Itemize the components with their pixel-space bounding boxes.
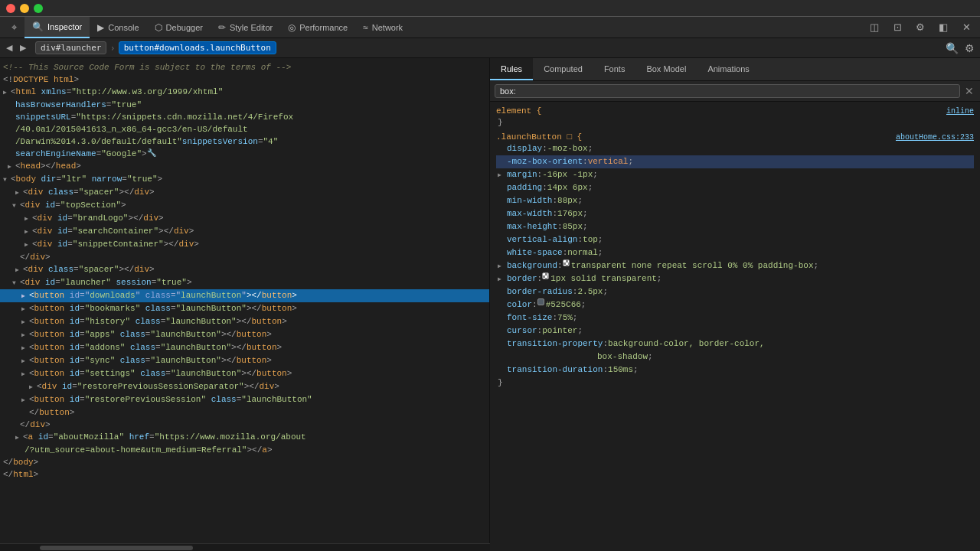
- toolbar-responsive-icon[interactable]: ⊡: [887, 17, 908, 38]
- tab-console[interactable]: ▶ Console: [90, 17, 146, 38]
- tab-style-editor[interactable]: ✏ Style Editor: [211, 17, 280, 38]
- toolbar-cursor-icon[interactable]: ⌖: [3, 17, 24, 38]
- breadcrumb: ◀ ▶ div#launcher › button#downloads.laun…: [0, 38, 980, 58]
- prop-moz-box-orient: -moz-box-orient: vertical;: [496, 155, 974, 168]
- tab-performance-label: Performance: [299, 23, 348, 32]
- html-line-topSection-close: </div>: [0, 251, 489, 263]
- performance-icon: ◎: [288, 22, 296, 33]
- html-line-html-open: <html xmlns="http://www.w3.org/1999/xhtm…: [0, 86, 489, 99]
- launchbutton-closing-brace: }: [496, 377, 974, 390]
- element-selector: element { inline: [496, 106, 974, 116]
- color-swatch[interactable]: [537, 298, 544, 305]
- toolbar-close-icon[interactable]: ✕: [956, 17, 977, 38]
- breadcrumb-back-button[interactable]: ◀: [3, 41, 15, 54]
- prop-transition-property: transition-property: background-color, b…: [496, 337, 974, 350]
- breadcrumb-search-button[interactable]: 🔍: [943, 42, 961, 54]
- prop-border-radius: border-radius: 2.5px;: [496, 285, 974, 298]
- toolbar-settings-icon[interactable]: ⚙: [910, 17, 931, 38]
- html-line-attr3: /40.0a1/2015041613_n_x86_64-gcc3/en-US/d…: [0, 123, 489, 135]
- css-rules-panel[interactable]: element { inline } .launchButton □ { abo…: [490, 102, 980, 551]
- html-line-snippetContainer: <div id="snippetContainer"></div>: [0, 238, 489, 251]
- filter-clear-button[interactable]: ✕: [963, 85, 975, 97]
- html-line-head: <head></head>: [0, 160, 489, 173]
- tab-computed[interactable]: Computed: [533, 58, 593, 80]
- breadcrumb-item-div-launcher[interactable]: div#launcher: [35, 41, 106, 54]
- html-line-spacer1: <div class="spacer"></div>: [0, 186, 489, 199]
- horizontal-scrollbar-thumb[interactable]: [40, 546, 193, 550]
- html-line-attr5: searchEngineName="Google" > 🔧: [0, 148, 489, 160]
- window-chrome: [0, 0, 980, 17]
- tab-debugger-label: Debugger: [166, 23, 203, 32]
- css-filter-bar: ✕: [490, 81, 980, 102]
- prop-padding: padding: 14px 6px;: [496, 181, 974, 194]
- tab-fonts[interactable]: Fonts: [593, 58, 636, 80]
- background-swatch[interactable]: [563, 259, 570, 266]
- tab-inspector-label: Inspector: [47, 22, 82, 31]
- devtools-toolbar: ⌖ 🔍 Inspector ▶ Console ⬡ Debugger ✏ Sty…: [0, 17, 980, 38]
- window-close-button[interactable]: [6, 4, 15, 13]
- css-filter-input[interactable]: [495, 84, 960, 98]
- tab-inspector[interactable]: 🔍 Inspector: [24, 17, 90, 38]
- html-line-attr1: hasBrowserHandlers="true": [0, 99, 489, 111]
- window-maximize-button[interactable]: [34, 4, 43, 13]
- html-line-launcher-close: </div>: [0, 419, 489, 431]
- breadcrumb-arrow: ›: [108, 43, 116, 54]
- html-line-comment: <!-- This Source Code Form is subject to…: [0, 61, 489, 73]
- launchbutton-source[interactable]: aboutHome.css:233: [896, 133, 974, 142]
- prop-color: color: #525C66;: [496, 298, 974, 311]
- html-line-html-close: </html>: [0, 468, 489, 481]
- prop-transition-property-cont: box-shadow;: [496, 350, 974, 364]
- prop-expand-triangle[interactable]: ▶: [498, 259, 505, 272]
- html-line-apps: <button id="apps" class="launchButton"><…: [0, 328, 489, 341]
- toolbar-right-buttons: ◫ ⊡ ⚙ ◧ ✕: [864, 17, 977, 38]
- border-swatch[interactable]: [542, 272, 549, 279]
- breadcrumb-forward-button[interactable]: ▶: [17, 41, 29, 54]
- css-panel: Rules Computed Fonts Box Model Animation…: [490, 58, 980, 551]
- element-source[interactable]: inline: [946, 107, 974, 116]
- launch-button-rule-block: .launchButton □ { aboutHome.css:233 disp…: [496, 132, 974, 390]
- html-line-aboutMozilla: <a id="aboutMozilla" href="https://www.m…: [0, 431, 489, 444]
- prop-margin: ▶ margin: -16px -1px;: [496, 168, 974, 181]
- tab-performance[interactable]: ◎ Performance: [280, 17, 355, 38]
- prop-font-size: font-size: 75%;: [496, 311, 974, 324]
- style-editor-icon: ✏: [218, 22, 226, 33]
- css-tabs: Rules Computed Fonts Box Model Animation…: [490, 58, 980, 81]
- prop-transition-duration: transition-duration: 150ms;: [496, 364, 974, 377]
- prop-display: display: -moz-box;: [496, 142, 974, 155]
- element-rule-block: element { inline }: [496, 106, 974, 129]
- html-line-downloads-button[interactable]: <button id="downloads" class="launchButt…: [0, 289, 489, 302]
- html-line-history: <button id="history" class="launchButton…: [0, 315, 489, 328]
- tab-console-label: Console: [108, 23, 139, 32]
- html-line-spacer2: <div class="spacer"></div>: [0, 263, 489, 276]
- html-line-body-close: </body>: [0, 456, 489, 468]
- html-line-restoreBtn-open: <button id="restorePreviousSession" clas…: [0, 393, 489, 406]
- tab-rules[interactable]: Rules: [490, 58, 533, 80]
- prop-min-width: min-width: 88px;: [496, 194, 974, 207]
- html-panel[interactable]: <!-- This Source Code Form is subject to…: [0, 58, 490, 551]
- tab-network[interactable]: ≈ Network: [355, 17, 410, 38]
- toolbar-dock-icon[interactable]: ◧: [933, 17, 954, 38]
- element-closing-brace: }: [496, 116, 974, 129]
- prop-expand-triangle[interactable]: ▶: [498, 272, 505, 285]
- tab-animations[interactable]: Animations: [697, 58, 760, 80]
- prop-max-height: max-height: 85px;: [496, 220, 974, 233]
- breadcrumb-settings-button[interactable]: ⚙: [962, 42, 977, 54]
- launchbutton-selector: .launchButton □ { aboutHome.css:233: [496, 132, 974, 142]
- prop-vertical-align: vertical-align: top;: [496, 233, 974, 246]
- html-panel-scrollbar[interactable]: [0, 543, 490, 551]
- html-line-attr4: /Darwin%2014.3.0/default/default" snippe…: [0, 135, 489, 148]
- prop-expand-triangle[interactable]: ▶: [498, 168, 505, 181]
- tab-debugger[interactable]: ⬡ Debugger: [147, 17, 211, 38]
- tab-network-label: Network: [372, 23, 403, 32]
- html-line-restoreSep: <div id="restorePreviousSessionSeparator…: [0, 380, 489, 393]
- tab-style-editor-label: Style Editor: [230, 23, 273, 32]
- prop-max-width: max-width: 176px;: [496, 207, 974, 220]
- breadcrumb-item-button-downloads[interactable]: button#downloads.launchButton: [119, 41, 276, 54]
- tab-box-model[interactable]: Box Model: [635, 58, 697, 80]
- html-line-aboutMozilla-href-cont: /?utm_source=about-home&utm_medium=Refer…: [0, 444, 489, 456]
- window-minimize-button[interactable]: [20, 4, 29, 13]
- html-line-launcher: <div id="launcher" session="true">: [0, 276, 489, 289]
- toolbar-save-icon[interactable]: ◫: [864, 17, 885, 38]
- prop-white-space: white-space: normal;: [496, 246, 974, 259]
- inspector-icon: 🔍: [32, 21, 44, 32]
